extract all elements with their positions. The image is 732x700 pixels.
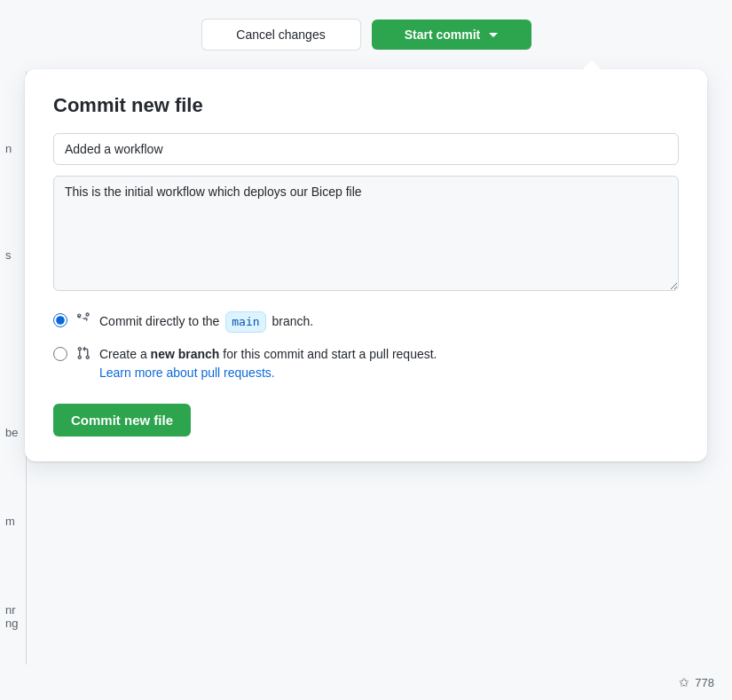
radio-new-branch-label: Create a new branch for this commit and … xyxy=(99,345,437,382)
branch-options: Commit directly to the main branch. Crea… xyxy=(53,311,679,382)
branch-badge: main xyxy=(225,311,265,333)
commit-new-file-button[interactable]: Commit new file xyxy=(53,404,191,437)
cancel-changes-button[interactable]: Cancel changes xyxy=(201,19,361,51)
star-icon: ✩ xyxy=(679,675,689,689)
bottom-bar: ✩ 778 xyxy=(0,665,732,700)
chevron-down-icon xyxy=(489,33,498,37)
toolbar: Cancel changes Start commit xyxy=(0,0,732,69)
branch-direct-icon xyxy=(76,312,91,326)
sidebar-letter-s: s xyxy=(5,248,12,262)
learn-more-link[interactable]: Learn more about pull requests. xyxy=(99,366,275,380)
radio-new-branch[interactable] xyxy=(53,347,67,361)
left-sidebar: n s be m nrng xyxy=(0,71,27,665)
sidebar-letter-be: be xyxy=(5,426,18,439)
sidebar-letter-m: m xyxy=(5,515,15,528)
radio-option-new-branch[interactable]: Create a new branch for this commit and … xyxy=(53,345,679,382)
start-commit-label: Start commit xyxy=(405,28,481,42)
commit-description-textarea[interactable]: This is the initial workflow which deplo… xyxy=(53,176,679,291)
modal-title: Commit new file xyxy=(53,94,679,117)
star-count: 778 xyxy=(695,676,714,689)
commit-modal: Commit new file This is the initial work… xyxy=(25,69,707,461)
radio-direct[interactable] xyxy=(53,313,67,327)
radio-direct-label: Commit directly to the main branch. xyxy=(99,311,313,333)
sidebar-letter-n: n xyxy=(5,142,12,155)
radio-option-direct[interactable]: Commit directly to the main branch. xyxy=(53,311,679,333)
commit-message-input[interactable] xyxy=(53,133,679,165)
sidebar-letter-nr: nrng xyxy=(5,603,18,630)
start-commit-button[interactable]: Start commit xyxy=(372,20,531,50)
pull-request-icon xyxy=(76,346,91,360)
